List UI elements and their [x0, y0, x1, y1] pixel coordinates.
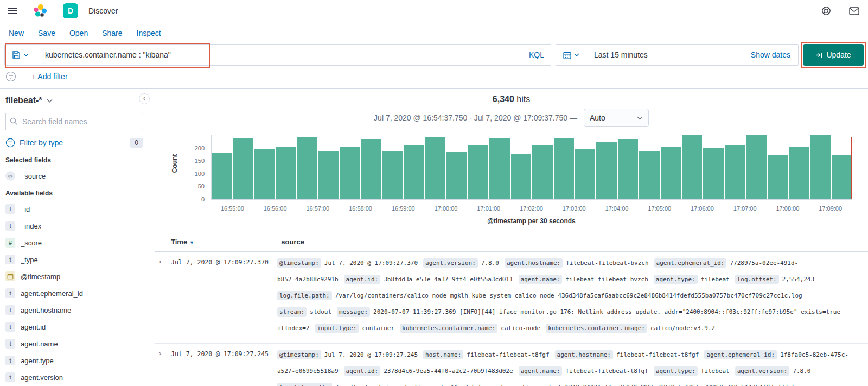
documents-table: Time▼ _source ›Jul 7, 2020 @ 17:09:27.37…: [155, 235, 868, 386]
field-name: _score: [21, 239, 42, 247]
histogram-bar[interactable]: [489, 138, 509, 199]
histogram-bar[interactable]: [596, 142, 616, 199]
field-item-@timestamp[interactable]: @timestamp: [5, 271, 143, 281]
histogram-bar[interactable]: [425, 137, 445, 199]
query-language-button[interactable]: KQL: [522, 45, 551, 65]
saved-query-menu-button[interactable]: [5, 45, 36, 65]
histogram-bar[interactable]: [703, 148, 723, 199]
histogram-bar[interactable]: [725, 145, 745, 199]
field-item-agent.name[interactable]: tagent.name: [5, 339, 143, 349]
field-item-agent.version[interactable]: tagent.version: [5, 372, 143, 382]
add-filter-button[interactable]: + Add filter: [31, 72, 68, 81]
field-item-agent.hostname[interactable]: tagent.hostname: [5, 305, 143, 315]
field-value: b852-4a2b88c9291b: [277, 276, 339, 283]
x-tick-label: 17:02:00: [510, 205, 553, 212]
elastic-logo[interactable]: [25, 0, 55, 22]
field-item-agent.id[interactable]: tagent.id: [5, 322, 143, 332]
document-source: @timestamp:Jul 7, 2020 @ 17:09:27.245hos…: [277, 349, 868, 386]
field-item-_index[interactable]: t_index: [5, 221, 143, 231]
field-name: agent.name: [21, 340, 58, 348]
histogram-bar[interactable]: [532, 145, 552, 199]
date-quick-menu-button[interactable]: [556, 45, 586, 65]
field-item-agent.ephemeral_id[interactable]: tagent.ephemeral_id: [5, 288, 143, 298]
help-icon: [821, 6, 831, 16]
histogram-bar[interactable]: [212, 153, 232, 199]
histogram-bar[interactable]: [832, 155, 852, 199]
menu-item-share[interactable]: Share: [102, 29, 122, 37]
histogram-bar[interactable]: [254, 149, 275, 199]
menu-item-save[interactable]: Save: [38, 29, 55, 37]
histogram-bar[interactable]: [276, 147, 296, 199]
update-button[interactable]: Update: [803, 44, 864, 66]
sidebar-collapse-button[interactable]: ‹: [139, 93, 150, 104]
histogram-bar[interactable]: [297, 137, 317, 199]
time-column-header[interactable]: Time▼: [171, 238, 277, 246]
time-range-value[interactable]: Last 15 minutes: [586, 50, 648, 59]
filter-by-type-icon: [5, 138, 15, 148]
histogram-bar[interactable]: [639, 151, 659, 199]
field-name: _id: [21, 205, 30, 213]
histogram-bar[interactable]: [575, 149, 595, 199]
histogram-bar[interactable]: [340, 147, 360, 199]
y-tick-label: 100: [195, 170, 205, 177]
menu-item-open[interactable]: Open: [69, 29, 88, 37]
filter-icon[interactable]: [5, 71, 16, 82]
histogram-bar[interactable]: [554, 138, 574, 199]
x-axis-title: @timestamp per 30 seconds: [211, 217, 852, 225]
field-name-badge: agent.name:: [519, 275, 563, 284]
field-item-agent.type[interactable]: tagent.type: [5, 356, 143, 365]
help-button[interactable]: [812, 0, 840, 22]
current-time-marker: [851, 137, 852, 199]
field-value: 7728975a-02ee-491d-: [730, 260, 798, 267]
save-icon: [12, 50, 21, 59]
histogram-plot[interactable]: [211, 135, 852, 200]
breadcrumb[interactable]: D: [55, 0, 86, 22]
histogram-bar[interactable]: [404, 145, 424, 199]
histogram-bar[interactable]: [382, 151, 403, 199]
filter-count-badge: 0: [130, 138, 143, 148]
field-name-badge: log.offset:: [735, 275, 779, 284]
histogram-bar[interactable]: [233, 138, 253, 199]
menu-item-new[interactable]: New: [9, 29, 24, 37]
field-name: @timestamp: [21, 273, 60, 281]
y-tick-label: 0: [201, 196, 205, 203]
expand-row-icon[interactable]: ›: [155, 349, 171, 386]
histogram-bar[interactable]: [682, 135, 702, 199]
field-name-badge: agent.version:: [423, 258, 478, 268]
histogram-bar[interactable]: [618, 139, 638, 199]
histogram-bar[interactable]: [810, 135, 830, 199]
histogram-bar[interactable]: [318, 151, 339, 199]
index-pattern-switcher[interactable]: filebeat-*: [5, 96, 143, 105]
chevron-down-icon: [47, 99, 53, 103]
histogram-bar[interactable]: [511, 154, 531, 199]
x-tick-label: 17:09:00: [809, 205, 852, 212]
query-input[interactable]: [36, 50, 522, 59]
histogram-bar[interactable]: [661, 147, 681, 199]
field-search-input[interactable]: [5, 113, 143, 130]
histogram-bar[interactable]: [768, 155, 788, 199]
field-item-_id[interactable]: t_id: [5, 204, 143, 214]
field-item-_score[interactable]: #_score: [5, 238, 143, 248]
histogram-bar[interactable]: [446, 152, 467, 199]
filter-by-type-button[interactable]: Filter by type: [20, 138, 125, 147]
field-value: stdout: [310, 308, 331, 315]
field-item-_source[interactable]: </>_source: [5, 171, 143, 181]
show-dates-button[interactable]: Show dates: [751, 50, 798, 59]
field-value: 2378d4c6-9ea5-44f0-a2c2-70b9f483d02e: [384, 368, 513, 375]
field-name-badge: agent.type:: [654, 275, 698, 284]
chevron-down-icon: [637, 116, 643, 120]
field-name-badge: kubernetes.container.image:: [546, 324, 647, 333]
expand-row-icon[interactable]: ›: [155, 257, 171, 337]
field-name: _source: [21, 172, 46, 180]
histogram-bar[interactable]: [789, 147, 809, 199]
menu-toggle-button[interactable]: [0, 0, 25, 22]
menu-item-inspect[interactable]: Inspect: [137, 29, 161, 37]
histogram-bar[interactable]: [361, 139, 381, 199]
field-value: container: [362, 325, 394, 332]
interval-select[interactable]: Auto: [584, 109, 649, 127]
newsfeed-button[interactable]: [840, 0, 868, 22]
histogram-bar[interactable]: [468, 145, 488, 199]
field-item-_type[interactable]: t_type: [5, 255, 143, 264]
histogram-bar[interactable]: [746, 135, 766, 199]
x-tick-label: 17:04:00: [596, 205, 639, 212]
